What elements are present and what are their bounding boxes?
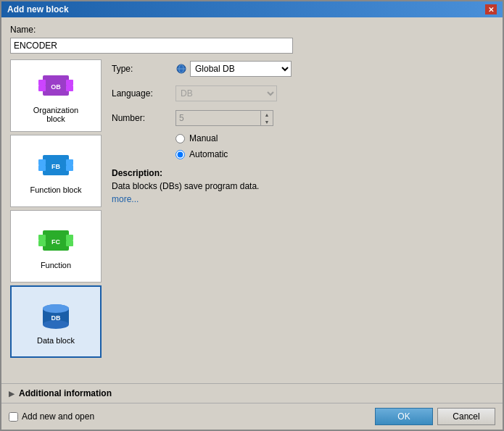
number-label: Number: [112,113,170,123]
name-input[interactable] [10,38,293,54]
svg-point-21 [43,304,69,313]
fc-icon: FC [36,223,76,258]
svg-text:DB: DB [51,314,61,322]
close-button[interactable]: ✕ [485,4,497,14]
spin-down-button[interactable]: ▼ [261,118,273,125]
bottom-bar: Add new and open OK Cancel [1,403,503,430]
cancel-button[interactable]: Cancel [437,408,495,425]
svg-text:OB: OB [51,83,61,91]
manual-row: Manual [175,133,494,143]
svg-rect-8 [66,159,73,165]
db-label: Data block [37,336,75,345]
name-label: Name: [10,25,494,35]
svg-rect-10 [66,165,73,171]
svg-rect-14 [66,235,73,240]
main-area: OB Organizationblock FB [10,59,494,376]
additional-info-label: Additional information [19,388,112,398]
description-section: Description: Data blocks (DBs) save prog… [112,168,494,204]
language-select: DB [175,85,277,101]
automatic-radio[interactable] [175,150,185,159]
ob-label: Organizationblock [33,106,78,123]
add-open-checkbox[interactable] [9,412,18,422]
block-item-ob[interactable]: OB Organizationblock [10,59,102,132]
title-bar: Add new block ✕ [1,1,503,17]
svg-text:FC: FC [51,238,60,246]
automatic-row: Automatic [175,149,494,159]
manual-label[interactable]: Manual [189,133,218,143]
svg-rect-1 [38,80,46,85]
language-label: Language: [112,88,170,99]
svg-rect-13 [38,235,46,240]
add-new-block-dialog: Add new block ✕ Name: [0,0,504,431]
additional-info-bar[interactable]: ▶ Additional information [1,383,503,403]
svg-rect-9 [38,165,46,171]
number-input [175,110,261,126]
add-open-checkbox-label[interactable]: Add new and open [9,411,94,422]
block-type-list: OB Organizationblock FB [10,59,104,376]
svg-rect-4 [66,85,73,91]
number-input-wrap: ▲ ▼ [175,110,273,126]
description-text: Data blocks (DBs) save program data. [112,181,494,191]
db-icon: DB [36,298,76,333]
language-row: Language: DB [112,84,494,103]
number-spin: ▲ ▼ [261,110,273,126]
db-globe-icon [175,63,187,75]
expand-icon: ▶ [9,390,15,398]
add-open-label: Add new and open [22,411,94,422]
type-row: Type: Global DB Instance DB [112,59,494,78]
block-item-fb[interactable]: FB Function block [10,135,102,207]
spin-up-button[interactable]: ▲ [261,111,273,118]
number-row: Number: ▲ ▼ [112,109,494,127]
automatic-label[interactable]: Automatic [189,149,228,159]
svg-rect-15 [38,240,46,246]
type-select[interactable]: Global DB Instance DB [190,61,292,77]
ok-button[interactable]: OK [375,408,433,425]
fc-label: Function [41,261,71,269]
svg-rect-16 [66,240,73,246]
svg-rect-3 [38,85,46,91]
dialog-title: Add new block [7,4,69,14]
ob-icon: OB [36,68,76,103]
block-item-fc[interactable]: FC Function [10,210,102,283]
block-item-db[interactable]: DB Data block [10,285,102,358]
description-title: Description: [112,168,494,178]
svg-text:FB: FB [51,163,60,170]
more-link[interactable]: more... [112,194,139,204]
fb-icon: FB [36,148,76,183]
fb-label: Function block [30,185,82,194]
dialog-content: Name: OB [1,17,503,383]
svg-rect-7 [38,159,46,165]
svg-rect-2 [66,80,73,85]
button-group: OK Cancel [375,408,495,425]
right-panel: Type: Global DB Instance DB [112,59,494,376]
type-label: Type: [112,64,170,74]
name-section: Name: [10,25,494,54]
manual-radio[interactable] [175,134,185,143]
